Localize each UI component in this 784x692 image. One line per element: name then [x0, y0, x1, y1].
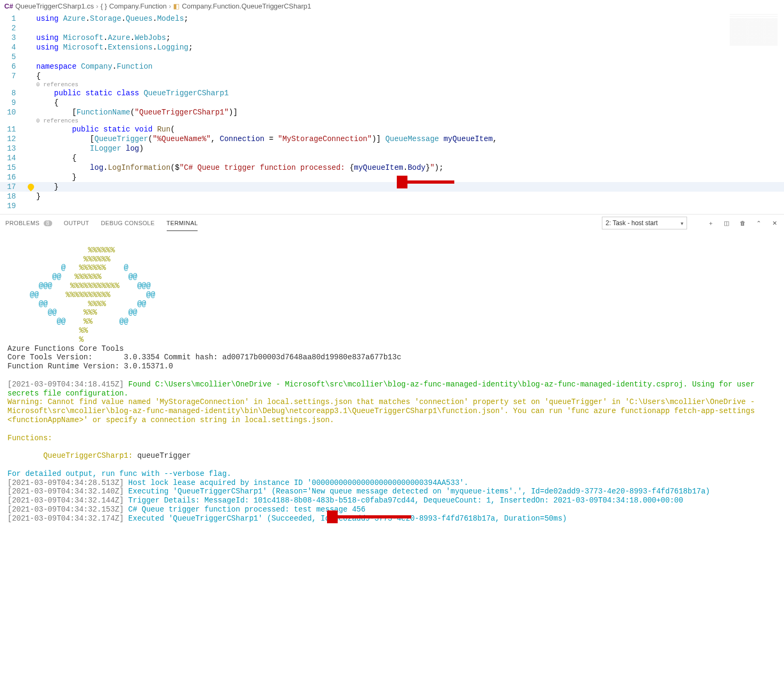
code-editor[interactable]: 12345678910111213141516171819 using Azur… — [0, 12, 784, 214]
terminal-selector[interactable]: 2: Task - host start ▾ — [602, 217, 687, 229]
lightbulb-icon[interactable] — [27, 183, 36, 192]
breadcrumb-namespace[interactable]: { } Company.Function — [101, 2, 167, 10]
panel-actions: ＋ ◫ 🗑 ⌃ ✕ — [706, 219, 779, 227]
new-terminal-icon[interactable]: ＋ — [706, 219, 715, 227]
codelens-references[interactable]: 0 references — [36, 81, 784, 88]
tab-problems-label: PROBLEMS — [5, 220, 39, 226]
terminal-output[interactable]: %%%%%% %%%%%% @ %%%%%% @ @@ %%%%%% @@ @@… — [0, 232, 784, 692]
code-line[interactable]: log.LogInformation($"C# Queue trigger fu… — [36, 163, 784, 172]
terminal-header: Azure Functions Core Tools Core Tools Ve… — [7, 344, 777, 523]
breadcrumb-class-label: Company.Function.QueueTriggerCSharp1 — [182, 2, 311, 10]
code-line[interactable]: public static class QueueTriggerCSharp1 — [36, 88, 784, 98]
close-panel-icon[interactable]: ✕ — [770, 219, 779, 227]
tab-terminal[interactable]: TERMINAL — [167, 216, 198, 231]
code-line[interactable]: ILogger log) — [36, 144, 784, 153]
class-icon: ◧ — [173, 2, 179, 10]
glyph-margin — [26, 12, 36, 214]
code-line[interactable]: } — [36, 172, 784, 182]
tab-problems[interactable]: PROBLEMS 8 — [5, 216, 52, 230]
code-line[interactable]: [FunctionName("QueueTriggerCSharp1")] — [36, 108, 784, 117]
code-line[interactable] — [36, 23, 784, 33]
breadcrumb-class[interactable]: ◧ Company.Function.QueueTriggerCSharp1 — [173, 2, 311, 10]
tab-output[interactable]: OUTPUT — [64, 216, 89, 230]
namespace-icon: { } — [101, 2, 107, 10]
problems-count-badge: 8 — [44, 220, 52, 226]
codelens-references[interactable]: 0 references — [36, 117, 784, 125]
code-line[interactable]: using Microsoft.Extensions.Logging; — [36, 43, 784, 52]
minimap[interactable] — [730, 14, 778, 46]
breadcrumb-namespace-label: Company.Function — [109, 2, 167, 10]
code-line[interactable]: { — [36, 71, 784, 81]
code-line[interactable]: namespace Company.Function — [36, 62, 784, 71]
code-area[interactable]: using Azure.Storage.Queues.Models;using … — [36, 12, 784, 214]
breadcrumb-file[interactable]: C# QueueTriggerCSharp1.cs — [4, 2, 94, 10]
code-line[interactable]: [QueueTrigger("%QueueName%", Connection … — [36, 134, 784, 144]
maximize-panel-icon[interactable]: ⌃ — [754, 219, 763, 227]
breadcrumb: C# QueueTriggerCSharp1.cs › { } Company.… — [0, 0, 784, 12]
code-line[interactable] — [36, 52, 784, 62]
code-line[interactable]: { — [36, 98, 784, 108]
ascii-logo: %%%%%% %%%%%% @ %%%%%% @ @@ %%%%%% @@ @@… — [7, 237, 777, 344]
csharp-icon: C# — [4, 2, 13, 10]
code-line[interactable] — [36, 201, 784, 211]
panel-tab-bar: PROBLEMS 8 OUTPUT DEBUG CONSOLE TERMINAL… — [0, 214, 784, 232]
chevron-down-icon: ▾ — [681, 220, 683, 226]
chevron-right-icon: › — [169, 2, 171, 10]
breadcrumb-file-label: QueueTriggerCSharp1.cs — [15, 2, 94, 10]
split-terminal-icon[interactable]: ◫ — [722, 219, 731, 227]
code-line[interactable]: using Azure.Storage.Queues.Models; — [36, 14, 784, 23]
chevron-right-icon: › — [96, 2, 98, 10]
kill-terminal-icon[interactable]: 🗑 — [738, 219, 747, 227]
code-line[interactable]: } — [36, 182, 784, 192]
code-line[interactable]: { — [36, 153, 784, 163]
line-number-gutter: 12345678910111213141516171819 — [0, 12, 26, 214]
terminal-selector-value: 2: Task - host start — [606, 219, 658, 227]
code-line[interactable]: } — [36, 192, 784, 201]
code-line[interactable]: using Microsoft.Azure.WebJobs; — [36, 33, 784, 43]
tab-debug-console[interactable]: DEBUG CONSOLE — [101, 216, 154, 230]
code-line[interactable]: public static void Run( — [36, 125, 784, 134]
